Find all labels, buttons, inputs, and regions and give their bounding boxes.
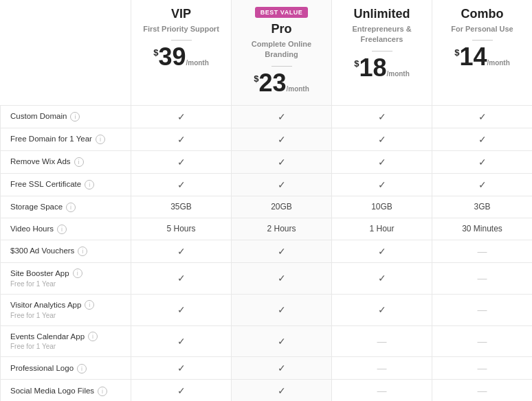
check-icon: ✓	[278, 336, 286, 347]
feature-row: Free SSL Certificatei✓✓✓✓	[1, 173, 533, 196]
feature-label-cell: Professional Logoi	[1, 357, 131, 380]
check-icon: ✓	[177, 273, 186, 284]
check-icon: ✓	[378, 157, 386, 168]
price-block-pro: $ 23 /month	[236, 71, 327, 95]
plan-desc-vip: First Priority Support	[135, 24, 227, 34]
dash-icon: —	[478, 336, 487, 347]
info-icon[interactable]: i	[77, 364, 87, 374]
check-icon: ✓	[378, 246, 386, 257]
feature-row: Remove Wix Adsi✓✓✓✓	[1, 150, 533, 173]
feature-label-cell: Video Hoursi	[1, 218, 131, 240]
plan-name-combo: Combo	[436, 7, 528, 21]
check-icon: ✓	[478, 134, 487, 145]
dash-icon: —	[478, 385, 487, 396]
check-icon: ✓	[478, 157, 487, 168]
feature-sub-label: Free for 1 Year	[10, 280, 56, 288]
feature-column-header	[1, 0, 131, 105]
feature-data-value: 30 Minutes	[462, 224, 502, 233]
feature-label-cell: Storage Spacei	[1, 196, 131, 218]
feature-value-cell: 10GB	[332, 196, 432, 218]
feature-value-cell: —	[432, 357, 533, 380]
feature-value-cell: ✓	[332, 262, 432, 294]
feature-value-cell: —	[332, 325, 432, 357]
info-icon[interactable]: i	[98, 387, 107, 396]
check-icon: ✓	[177, 246, 186, 257]
feature-value-cell: —	[432, 240, 533, 262]
price-period-unlimited: /month	[386, 70, 409, 78]
info-icon[interactable]: i	[85, 300, 94, 310]
info-icon[interactable]: i	[70, 112, 80, 122]
feature-data-value: 2 Hours	[267, 224, 296, 233]
feature-value-cell: ✓	[131, 240, 232, 262]
check-icon: ✓	[378, 134, 386, 145]
feature-row: Events Calendar AppiFree for 1 Year✓✓——	[1, 325, 533, 357]
plan-desc-unlimited: Entrepreneurs & Freelancers	[336, 24, 428, 45]
info-icon[interactable]: i	[88, 332, 98, 341]
feature-value-cell: ✓	[432, 128, 533, 150]
info-icon[interactable]: i	[74, 157, 84, 167]
features-body: Custom Domaini✓✓✓✓Free Domain for 1 Year…	[1, 105, 533, 401]
feature-value-cell: ✓	[432, 105, 533, 128]
feature-value-cell: ✓	[232, 240, 332, 262]
check-icon: ✓	[378, 273, 386, 284]
header-row: VIP First Priority Support $ 39 /month B…	[1, 0, 533, 105]
feature-value-cell: ✓	[131, 128, 232, 150]
check-icon: ✓	[278, 304, 286, 315]
divider-combo	[472, 40, 493, 41]
price-amount-unlimited: 18	[359, 56, 386, 80]
feature-value-cell: 20GB	[232, 196, 332, 218]
info-icon[interactable]: i	[78, 247, 87, 256]
info-icon[interactable]: i	[96, 135, 105, 144]
info-icon[interactable]: i	[57, 225, 67, 234]
feature-label-cell: Custom Domaini	[1, 105, 131, 128]
feature-label-text: Visitor Analytics App	[10, 301, 81, 309]
feature-value-cell: —	[432, 380, 533, 401]
feature-value-cell: ✓	[131, 380, 232, 401]
feature-row: Visitor Analytics AppiFree for 1 Year✓✓✓…	[1, 294, 533, 325]
feature-data-value: 35GB	[170, 202, 192, 211]
feature-label-text: Video Hours	[10, 225, 54, 233]
dash-icon: —	[377, 363, 387, 374]
feature-value-cell: ✓	[232, 325, 332, 357]
feature-value-cell: ✓	[232, 105, 332, 128]
feature-label-text: Storage Space	[10, 203, 63, 211]
info-icon[interactable]: i	[85, 180, 94, 190]
feature-sub-label: Free for 1 Year	[10, 312, 56, 319]
plan-name-unlimited: Unlimited	[336, 7, 428, 21]
dash-icon: —	[478, 246, 487, 257]
dollar-pro: $	[254, 73, 258, 84]
feature-value-cell: ✓	[232, 357, 332, 380]
dash-icon: —	[478, 363, 487, 374]
feature-value-cell: ✓	[131, 105, 232, 128]
info-icon[interactable]: i	[66, 203, 76, 212]
feature-value-cell: —	[432, 294, 533, 325]
plan-desc-combo: For Personal Use	[436, 24, 528, 34]
pricing-table: VIP First Priority Support $ 39 /month B…	[0, 0, 532, 401]
feature-value-cell: ✓	[131, 325, 232, 357]
feature-label-text: Free SSL Certificate	[10, 180, 81, 188]
price-period-combo: /month	[487, 59, 509, 67]
feature-value-cell: ✓	[332, 128, 432, 150]
feature-value-cell: ✓	[332, 294, 432, 325]
feature-value-cell: ✓	[131, 357, 232, 380]
check-icon: ✓	[278, 134, 286, 145]
check-icon: ✓	[378, 111, 386, 122]
best-value-badge: BEST VALUE	[255, 7, 308, 18]
feature-label-cell: Social Media Logo Filesi	[1, 380, 131, 401]
feature-label-text: Social Media Logo Files	[10, 387, 94, 395]
feature-label-cell: Visitor Analytics AppiFree for 1 Year	[1, 294, 131, 325]
check-icon: ✓	[478, 111, 487, 122]
feature-value-cell: ✓	[131, 173, 232, 196]
feature-value-cell: ✓	[232, 294, 332, 325]
feature-value-cell: —	[332, 380, 432, 401]
plan-vip: VIP First Priority Support $ 39 /month	[131, 0, 232, 105]
dash-icon: —	[478, 304, 487, 315]
info-icon[interactable]: i	[73, 268, 82, 278]
check-icon: ✓	[177, 157, 186, 168]
dash-icon: —	[377, 336, 387, 347]
check-icon: ✓	[177, 385, 186, 396]
check-icon: ✓	[278, 111, 286, 122]
feature-value-cell: ✓	[232, 150, 332, 173]
feature-label-text: Remove Wix Ads	[10, 157, 71, 165]
dollar-combo: $	[454, 47, 459, 58]
